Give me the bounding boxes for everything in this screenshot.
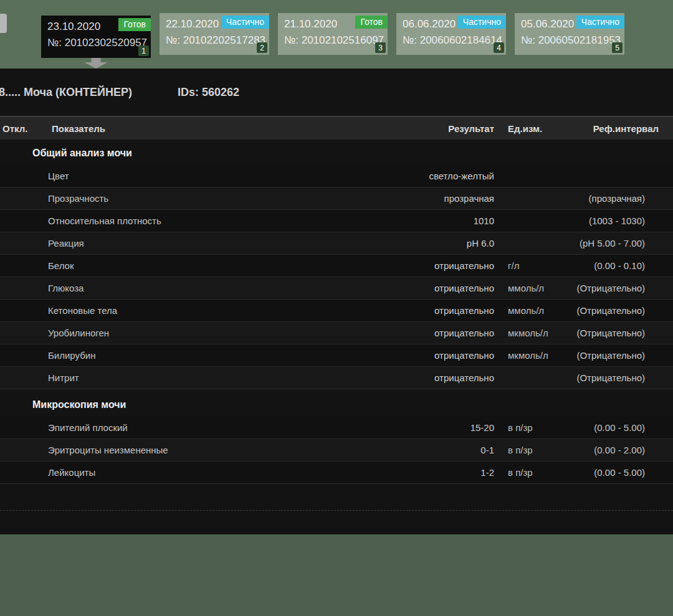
- table-row[interactable]: Реакция pH 6.0 (pH 5.00 - 7.00): [0, 232, 673, 254]
- unit-cell: ммоль/л: [494, 305, 561, 316]
- ref-cell: (0.00 - 5.00): [561, 422, 673, 433]
- card-number: №: 20102302520957: [47, 37, 151, 49]
- date-tabs-bar: 23.10.2020 Готов №: 20102302520957 1 22.…: [0, 0, 673, 69]
- panel-title-row: 8..... Моча (КОНТЕЙНЕР) IDs: 560262: [0, 69, 673, 116]
- ref-cell: (прозрачная): [561, 193, 673, 204]
- previous-card-stub[interactable]: [0, 14, 7, 33]
- unit-cell: ммоль/л: [494, 283, 561, 293]
- table-row[interactable]: Кетоновые тела отрицательно ммоль/л (Отр…: [0, 299, 673, 321]
- table-end-divider: [0, 483, 673, 510]
- result-cell: 1-2: [338, 467, 494, 478]
- panel-ids: IDs: 560262: [178, 86, 239, 99]
- table-header-row: Откл. Показатель Результат Ед.изм. Реф.и…: [0, 116, 673, 140]
- result-cell: отрицательно: [338, 305, 494, 316]
- result-cell: отрицательно: [338, 260, 494, 271]
- card-number: №: 20060602184614: [403, 34, 506, 47]
- bottom-background: [0, 534, 673, 616]
- card-index-badge: 4: [494, 42, 504, 53]
- card-index-badge: 1: [138, 45, 149, 56]
- table-row[interactable]: Билирубин отрицательно мкмоль/л (Отрицат…: [0, 344, 673, 366]
- ref-cell: (0.00 - 5.00): [561, 467, 673, 478]
- ref-cell: (0.00 - 0.10): [561, 260, 673, 271]
- date-card-1[interactable]: 23.10.2020 Готов №: 20102302520957 1: [41, 16, 151, 58]
- table-row[interactable]: Прозрачность прозрачная (прозрачная): [0, 187, 673, 209]
- date-card-list: 23.10.2020 Готов №: 20102302520957 1 22.…: [41, 13, 624, 58]
- unit-cell: г/л: [494, 260, 561, 271]
- unit-cell: мкмоль/л: [494, 350, 561, 361]
- indicator-cell: Реакция: [48, 238, 338, 249]
- result-cell: отрицательно: [338, 350, 494, 361]
- status-badge: Готов: [355, 16, 388, 29]
- group-header: Общий анализ мочи: [0, 142, 673, 164]
- card-index-badge: 5: [612, 42, 623, 53]
- result-cell: отрицательно: [338, 328, 494, 338]
- result-cell: прозрачная: [338, 193, 494, 204]
- unit-cell: мкмоль/л: [494, 328, 561, 338]
- card-number: №: 20102202517283: [166, 34, 269, 47]
- result-cell: 15-20: [338, 422, 494, 433]
- table-row[interactable]: Относительная плотность 1010 (1003 - 103…: [0, 209, 673, 232]
- table-row[interactable]: Глюкоза отрицательно ммоль/л (Отрицатель…: [0, 277, 673, 299]
- table-row[interactable]: Эритроциты неизмененные 0-1 в п/зр (0.00…: [0, 438, 673, 461]
- table-row[interactable]: Цвет светло-желтый: [0, 164, 673, 187]
- table-row[interactable]: Эпителий плоский 15-20 в п/зр (0.00 - 5.…: [0, 416, 673, 438]
- indicator-cell: Билирубин: [48, 350, 338, 361]
- card-index-badge: 2: [257, 42, 267, 53]
- ref-cell: (Отрицательно): [561, 305, 673, 316]
- date-card-5[interactable]: 05.06.2020 Частично №: 20060502181953 5: [515, 13, 624, 55]
- header-result: Результат: [338, 123, 494, 134]
- indicator-cell: Нитрит: [48, 372, 338, 383]
- ref-cell: (Отрицательно): [561, 372, 673, 383]
- result-cell: 1010: [338, 216, 494, 226]
- table-row[interactable]: Уробилиноген отрицательно мкмоль/л (Отри…: [0, 321, 673, 344]
- selected-card-arrow-icon: [84, 58, 108, 68]
- ref-cell: (0.00 - 2.00): [561, 445, 673, 455]
- panel-title: 8..... Моча (КОНТЕЙНЕР): [0, 86, 132, 99]
- indicator-cell: Лейкоциты: [48, 467, 338, 478]
- indicator-cell: Прозрачность: [48, 193, 338, 204]
- unit-cell: в п/зр: [494, 445, 561, 455]
- header-deviation: Откл.: [0, 123, 48, 134]
- date-card-2[interactable]: 22.10.2020 Частично №: 20102202517283 2: [160, 13, 269, 55]
- indicator-cell: Глюкоза: [48, 283, 338, 293]
- status-badge: Частично: [458, 16, 506, 29]
- table-row[interactable]: Белок отрицательно г/л (0.00 - 0.10): [0, 254, 673, 277]
- result-cell: 0-1: [338, 445, 494, 455]
- result-cell: отрицательно: [338, 283, 494, 293]
- unit-cell: в п/зр: [494, 467, 561, 478]
- ref-cell: (Отрицательно): [561, 283, 673, 293]
- indicator-cell: Относительная плотность: [48, 216, 338, 226]
- date-card-4[interactable]: 06.06.2020 Частично №: 20060602184614 4: [396, 13, 506, 55]
- table-row[interactable]: Лейкоциты 1-2 в п/зр (0.00 - 5.00): [0, 461, 673, 483]
- header-indicator: Показатель: [48, 123, 338, 134]
- ref-cell: (pH 5.00 - 7.00): [561, 238, 673, 249]
- dashed-divider: [0, 510, 673, 511]
- ref-cell: (Отрицательно): [561, 350, 673, 361]
- indicator-cell: Цвет: [48, 171, 338, 181]
- ref-cell: (1003 - 1030): [561, 216, 673, 226]
- result-cell: отрицательно: [338, 372, 494, 383]
- ref-cell: (Отрицательно): [561, 328, 673, 338]
- indicator-cell: Эритроциты неизмененные: [48, 445, 338, 455]
- indicator-cell: Кетоновые тела: [48, 305, 338, 316]
- result-cell: светло-желтый: [338, 171, 494, 181]
- header-unit: Ед.изм.: [494, 123, 561, 134]
- status-badge: Частично: [221, 16, 269, 29]
- card-number: №: 20060502181953: [521, 34, 624, 47]
- table-row[interactable]: Нитрит отрицательно (Отрицательно): [0, 366, 673, 389]
- results-panel: 8..... Моча (КОНТЕЙНЕР) IDs: 560262 Откл…: [0, 69, 673, 534]
- header-ref: Реф.интервал: [561, 123, 673, 134]
- indicator-cell: Эпителий плоский: [48, 422, 338, 433]
- group-header: Микроскопия мочи: [0, 389, 673, 416]
- card-number: №: 20102102516097: [284, 34, 388, 47]
- unit-cell: в п/зр: [494, 422, 561, 433]
- date-card-3[interactable]: 21.10.2020 Готов №: 20102102516097 3: [278, 13, 388, 55]
- indicator-cell: Уробилиноген: [48, 328, 338, 338]
- status-badge: Готов: [118, 18, 151, 31]
- status-badge: Частично: [576, 16, 624, 29]
- result-cell: pH 6.0: [338, 238, 494, 249]
- card-index-badge: 3: [375, 42, 386, 53]
- indicator-cell: Белок: [48, 260, 338, 271]
